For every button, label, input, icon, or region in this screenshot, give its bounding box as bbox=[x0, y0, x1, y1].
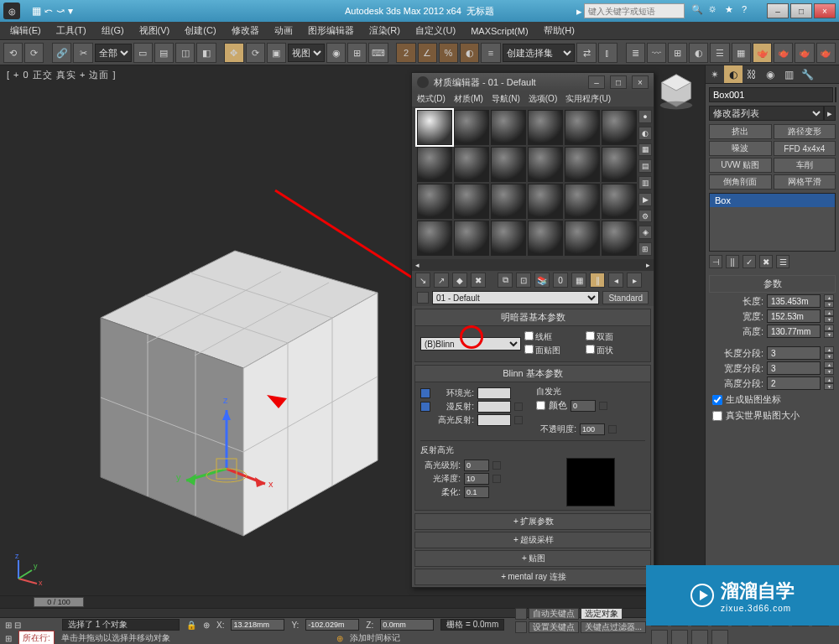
select-icon[interactable]: ▭ bbox=[133, 43, 153, 63]
input-height[interactable] bbox=[767, 325, 821, 338]
modifier-stack[interactable]: Box bbox=[709, 193, 836, 252]
modifier-list-config-icon[interactable]: ▸ bbox=[824, 106, 836, 121]
keyboard-icon[interactable]: ⌨ bbox=[368, 43, 388, 63]
material-slot-14[interactable] bbox=[454, 184, 489, 219]
show-end-result-icon[interactable]: ∥ bbox=[590, 273, 605, 288]
addtime-icon[interactable]: ⊕ bbox=[336, 634, 343, 643]
unlink-icon[interactable]: ✂ bbox=[73, 43, 92, 63]
specular-map-slot[interactable] bbox=[514, 416, 523, 424]
rollup-shader-header[interactable]: 明暗器基本参数 bbox=[415, 309, 650, 326]
menu-rendering[interactable]: 渲染(R) bbox=[362, 23, 407, 39]
scale-icon[interactable]: ▣ bbox=[267, 43, 286, 63]
ambient-swatch[interactable] bbox=[477, 387, 511, 399]
chk-2sided[interactable] bbox=[586, 331, 595, 340]
keyfilter-dropdown[interactable]: 选定对象 bbox=[581, 608, 623, 620]
input-width[interactable] bbox=[767, 309, 821, 323]
pick-material-icon[interactable] bbox=[417, 292, 429, 304]
trackbar-icons[interactable]: ⊞ ⊟ bbox=[5, 621, 55, 630]
material-slot-1[interactable] bbox=[417, 110, 452, 145]
infocenter-q-icon[interactable]: ? bbox=[742, 4, 755, 18]
make-preview-icon[interactable]: ▶ bbox=[638, 193, 652, 206]
tab-create[interactable]: ✴ bbox=[706, 65, 724, 83]
material-slot-8[interactable] bbox=[454, 147, 489, 182]
rollup-mentalray[interactable]: +mental ray 连接 bbox=[414, 569, 651, 585]
make-copy-icon[interactable]: ⧉ bbox=[498, 273, 513, 288]
tab-hierarchy[interactable]: ⛓ bbox=[743, 65, 761, 83]
menu-views[interactable]: 视图(V) bbox=[133, 23, 177, 39]
assign-to-selection-icon[interactable]: ◆ bbox=[452, 273, 467, 288]
named-sel-icon[interactable]: ≡ bbox=[481, 43, 500, 63]
rotate-icon[interactable]: ⟳ bbox=[246, 43, 265, 63]
tab-modify[interactable]: ◐ bbox=[724, 65, 743, 83]
curve-editor-icon[interactable]: 〰 bbox=[647, 43, 666, 63]
material-slot-22[interactable] bbox=[528, 221, 563, 256]
infocenter-search-icon[interactable]: 🔍 bbox=[691, 4, 705, 18]
chk-genmap[interactable] bbox=[712, 395, 722, 405]
menu-animation[interactable]: 动画 bbox=[268, 23, 300, 39]
minimize-button[interactable]: – bbox=[767, 3, 789, 18]
maximize-button[interactable]: □ bbox=[790, 3, 812, 18]
remove-mod-icon[interactable]: ✖ bbox=[759, 255, 773, 268]
slot-scrollbar[interactable]: ◂▸ bbox=[412, 259, 654, 271]
material-slot-9[interactable] bbox=[491, 147, 526, 182]
material-slot-18[interactable] bbox=[602, 184, 637, 219]
material-slot-2[interactable] bbox=[454, 110, 489, 145]
material-editor-titlebar[interactable]: 材质编辑器 - 01 - Default – □ × bbox=[412, 73, 654, 91]
material-editor-icon[interactable]: ◐ bbox=[689, 43, 708, 63]
chk-realworld[interactable] bbox=[712, 411, 722, 421]
menu-maxscript[interactable]: MAXScript(M) bbox=[464, 24, 534, 38]
render-last-icon[interactable]: 🫖 bbox=[816, 43, 836, 63]
render-prod-icon[interactable]: 🫖 bbox=[774, 43, 793, 63]
sample-uv-icon[interactable]: ▤ bbox=[638, 159, 652, 173]
mod-btn-extrude[interactable]: 挤出 bbox=[709, 124, 772, 139]
select-by-mat-icon[interactable]: ◈ bbox=[638, 226, 652, 239]
mod-btn-ffd[interactable]: FFD 4x4x4 bbox=[774, 141, 836, 156]
undo-icon[interactable]: ⟲ bbox=[3, 43, 23, 63]
config-sets-icon[interactable]: ☰ bbox=[776, 255, 789, 268]
material-type-button[interactable]: Standard bbox=[602, 291, 649, 304]
me-menu-mode[interactable]: 模式(D) bbox=[417, 93, 446, 105]
chk-selfillum-color[interactable] bbox=[536, 401, 545, 410]
go-parent-icon[interactable]: ◂ bbox=[608, 273, 623, 288]
layers-icon[interactable]: ≣ bbox=[626, 43, 645, 63]
snap-spinner-icon[interactable]: ◐ bbox=[460, 43, 479, 63]
make-unique-icon[interactable]: ⊡ bbox=[516, 273, 531, 288]
material-slot-6[interactable] bbox=[602, 110, 637, 145]
input-hsegs[interactable] bbox=[767, 377, 821, 390]
menu-grapheditors[interactable]: 图形编辑器 bbox=[301, 23, 361, 39]
coord-y[interactable] bbox=[305, 619, 359, 631]
rollup-maps[interactable]: +贴图 bbox=[414, 550, 651, 567]
material-slot-7[interactable] bbox=[417, 147, 452, 182]
material-slot-12[interactable] bbox=[602, 147, 637, 182]
key-mode-icon[interactable] bbox=[515, 608, 527, 620]
menu-group[interactable]: 组(G) bbox=[95, 23, 131, 39]
rollup-blinn-header[interactable]: Blinn 基本参数 bbox=[415, 366, 650, 382]
mat-map-nav-icon[interactable]: ⊞ bbox=[638, 242, 652, 256]
material-slot-10[interactable] bbox=[528, 147, 563, 182]
menu-modifiers[interactable]: 修改器 bbox=[225, 23, 266, 39]
me-menu-util[interactable]: 实用程序(U) bbox=[565, 93, 611, 105]
snap-angle-icon[interactable]: ∠ bbox=[418, 43, 437, 63]
chk-wire[interactable] bbox=[524, 331, 534, 340]
schematic-icon[interactable]: ⊞ bbox=[668, 43, 687, 63]
selection-filter-dropdown[interactable]: 全部 bbox=[95, 44, 132, 62]
menu-help[interactable]: 帮助(H) bbox=[537, 23, 581, 39]
me-maximize-button[interactable]: □ bbox=[610, 75, 627, 89]
infocenter-star-icon[interactable]: ★ bbox=[725, 4, 738, 18]
material-slot-20[interactable] bbox=[454, 221, 489, 256]
material-slot-24[interactable] bbox=[602, 221, 637, 256]
addtime-label[interactable]: 添加时间标记 bbox=[350, 632, 400, 644]
chk-facemap[interactable] bbox=[524, 345, 534, 354]
backlight-icon[interactable]: ◐ bbox=[638, 127, 652, 140]
infocenter-help-icon[interactable]: ⛭ bbox=[708, 4, 722, 18]
mirror-icon[interactable]: ⇄ bbox=[576, 43, 596, 63]
qat-redo-icon[interactable]: ⤻ bbox=[56, 5, 65, 17]
material-name-dropdown[interactable]: 01 - Default bbox=[432, 291, 599, 304]
menu-create[interactable]: 创建(C) bbox=[178, 23, 222, 39]
material-slot-17[interactable] bbox=[565, 184, 600, 219]
listener-icon[interactable]: ⊞ bbox=[5, 634, 12, 643]
viewcube[interactable] bbox=[656, 70, 696, 111]
chk-faceted[interactable] bbox=[586, 345, 595, 354]
setkey-button[interactable]: 设置关键点 bbox=[529, 621, 579, 633]
fov-icon[interactable] bbox=[691, 630, 708, 644]
